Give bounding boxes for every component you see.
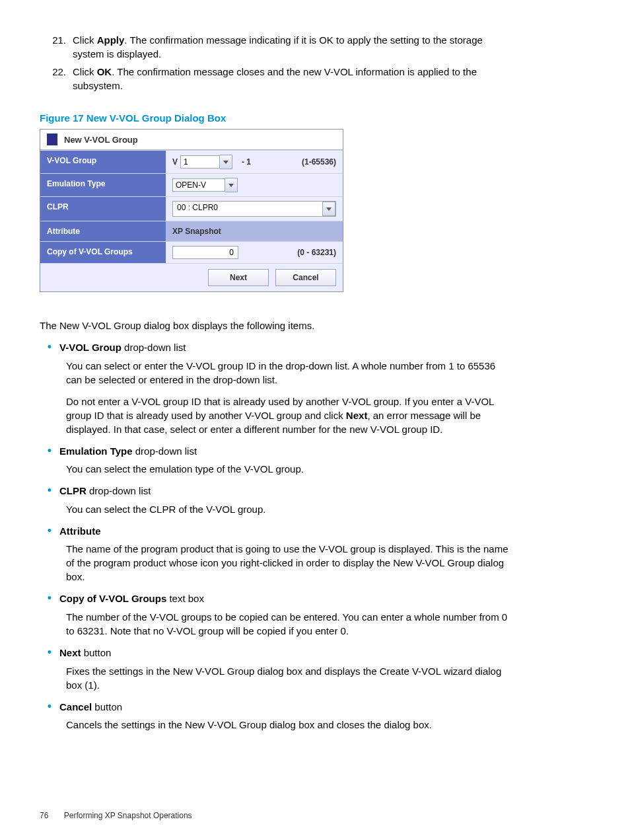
clpr-value: 00 : CLPR0 [173,202,322,216]
step-text: Click Apply. The confirmation message in… [73,33,511,61]
copy-range: (0 - 63231) [297,248,336,257]
row-vvol-group: V-VOL Group V - 1 (1-65536) [40,150,343,173]
next-button[interactable]: Next [208,269,269,286]
bullet-icon: • [40,592,59,606]
vvol-group-combo[interactable] [180,155,232,169]
bullet-icon: • [40,524,59,539]
text: drop-down list [133,445,197,457]
label-copy: Copy of V-VOL Groups [40,242,166,263]
vvol-group-input[interactable] [180,155,220,169]
text: drop-down list [87,485,151,496]
row-attribute: Attribute XP Snapshot [40,221,343,241]
paragraph: You can select the emulation type of the… [66,462,511,476]
label-vvol-group: V-VOL Group [40,151,166,173]
vvol-group-dropdown-button[interactable] [220,155,232,169]
page-number: 76 [40,811,48,820]
paragraph: Cancels the settings in the New V-VOL Gr… [66,718,511,732]
row-emulation: Emulation Type OPEN-V [40,173,343,196]
paragraph: Do not enter a V-VOL group ID that is al… [66,395,511,436]
bullet-head: CLPR drop-down list [59,484,511,498]
bold-text: Copy of V-VOL Groups [59,593,166,604]
paragraph: Fixes the settings in the New V-VOL Grou… [66,664,511,692]
vvol-suffix: - 1 [242,157,251,167]
bullet-head: Emulation Type drop-down list [59,444,511,459]
row-clpr: CLPR 00 : CLPR0 [40,196,343,221]
label-attribute: Attribute [40,221,166,241]
bullet-icon: • [40,700,59,714]
paragraph: You can select or enter the V-VOL group … [66,359,511,387]
paragraph: You can select the CLPR of the V-VOL gro… [66,502,511,516]
title-icon [47,134,57,145]
text: button [81,647,112,658]
chevron-down-icon [326,208,332,211]
attribute-value: XP Snapshot [166,221,343,241]
vvol-range: (1-65536) [302,157,336,167]
chapter-title: Performing XP Snapshot Operations [64,811,192,820]
bullet-icon: • [40,340,59,355]
emulation-value: OPEN-V [172,178,225,192]
bullet-attribute: • Attribute [40,524,511,539]
vvol-prefix: V [172,157,178,167]
bold-text: Next [346,410,368,421]
field-clpr: 00 : CLPR0 [166,197,343,221]
row-copy: Copy of V-VOL Groups (0 - 63231) [40,241,343,263]
text: drop-down list [122,342,186,353]
step-number: 21. [40,33,73,61]
bullet-clpr: • CLPR drop-down list [40,484,511,498]
copy-input[interactable] [172,246,238,259]
clpr-select[interactable]: 00 : CLPR0 [172,201,336,217]
chevron-down-icon [228,184,234,187]
bold-text: Emulation Type [59,445,133,457]
label-emulation: Emulation Type [40,174,166,196]
step-number: 22. [40,65,73,93]
bullet-emulation: • Emulation Type drop-down list [40,444,511,459]
intro-text: The New V-VOL Group dialog box displays … [40,319,511,332]
step-21: 21. Click Apply. The confirmation messag… [40,33,511,61]
bullet-icon: • [40,484,59,498]
bold-text: V-VOL Group [59,342,122,353]
bold-text: Apply [97,34,125,46]
bullet-copy: • Copy of V-VOL Groups text box [40,592,511,606]
bold-text: Cancel [59,701,92,712]
field-copy: (0 - 63231) [166,242,343,263]
text: text box [166,593,204,604]
bullet-head: Next button [59,646,511,660]
step-text: Click OK. The confirmation message close… [73,65,511,93]
bullet-icon: • [40,444,59,459]
step-22: 22. Click OK. The confirmation message c… [40,65,511,93]
field-vvol-group: V - 1 (1-65536) [166,151,343,173]
page-footer: 76 Performing XP Snapshot Operations [40,811,511,820]
bullet-icon: • [40,646,59,660]
bullet-next: • Next button [40,646,511,660]
bold-text: Next [59,647,81,658]
bullet-vvol-group: • V-VOL Group drop-down list [40,340,511,355]
text: . The confirmation message indicating if… [73,34,483,59]
text: button [92,701,122,712]
figure-caption: Figure 17 New V-VOL Group Dialog Box [40,112,511,124]
text: . The confirmation message closes and th… [73,66,477,91]
text: Click [73,34,97,46]
bullet-head: Cancel button [59,700,511,714]
bullet-head: V-VOL Group drop-down list [59,340,511,355]
dialog-buttons: Next Cancel [40,263,343,291]
bold-text: OK [97,66,112,77]
cancel-button[interactable]: Cancel [275,269,336,286]
dialog-titlebar: New V-VOL Group [40,130,343,150]
paragraph: The number of the V-VOL groups to be cop… [66,610,511,638]
field-emulation: OPEN-V [166,174,343,196]
emulation-dropdown-button[interactable] [225,178,238,192]
emulation-combo[interactable]: OPEN-V [172,178,238,192]
bullet-head: Copy of V-VOL Groups text box [59,592,511,606]
text: Click [73,66,97,77]
clpr-dropdown-button[interactable] [322,202,335,216]
new-vvol-group-dialog: New V-VOL Group V-VOL Group V - 1 (1-655… [40,129,343,292]
paragraph: The name of the program product that is … [66,542,511,584]
dialog-title: New V-VOL Group [64,135,138,145]
chevron-down-icon [223,161,228,164]
bold-text: Attribute [59,525,101,537]
bold-text: CLPR [59,485,87,496]
bullet-head: Attribute [59,524,511,539]
label-clpr: CLPR [40,197,166,221]
bullet-cancel: • Cancel button [40,700,511,714]
